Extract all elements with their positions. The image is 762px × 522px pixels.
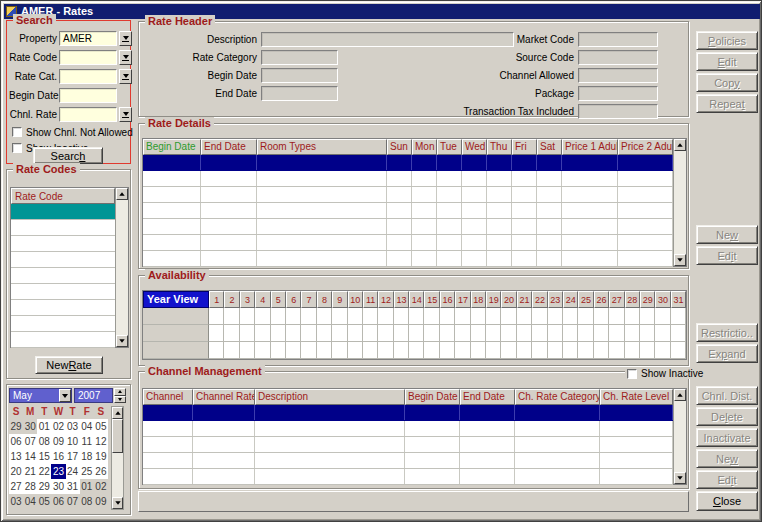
table-cell[interactable] xyxy=(618,235,673,250)
table-cell[interactable] xyxy=(618,203,673,218)
scroll-up-button[interactable] xyxy=(674,139,686,151)
table-cell[interactable] xyxy=(201,235,257,250)
calendar-day[interactable]: 08 xyxy=(37,434,51,449)
chnl-dist-button[interactable]: Chnl. Dist. xyxy=(696,386,758,405)
availability-cell[interactable] xyxy=(409,342,424,359)
rate-codes-list[interactable]: Rate Code xyxy=(10,187,129,348)
table-cell[interactable] xyxy=(487,235,512,250)
availability-cell[interactable] xyxy=(671,325,686,342)
calendar-day[interactable]: 31 xyxy=(66,479,80,494)
availability-cell[interactable] xyxy=(424,308,439,325)
calendar-day[interactable]: 24 xyxy=(66,464,80,479)
rate-code-row[interactable] xyxy=(11,220,115,236)
channel-show-inactive-checkbox[interactable] xyxy=(627,369,637,379)
table-cell[interactable] xyxy=(201,203,257,218)
availability-cell[interactable] xyxy=(671,342,686,359)
scrollbar-track[interactable] xyxy=(116,200,128,335)
table-cell[interactable] xyxy=(487,203,512,218)
table-cell[interactable] xyxy=(562,251,618,266)
availability-cell[interactable] xyxy=(455,342,470,359)
table-cell[interactable] xyxy=(405,453,460,468)
delete-button[interactable]: Delete xyxy=(696,407,758,426)
package-field[interactable] xyxy=(578,86,658,101)
availability-cell[interactable] xyxy=(655,308,670,325)
availability-cell[interactable] xyxy=(471,308,486,325)
availability-cell[interactable] xyxy=(209,308,224,325)
calendar-day[interactable]: 29 xyxy=(37,479,51,494)
availability-cell[interactable] xyxy=(209,325,224,342)
scroll-down-button[interactable] xyxy=(112,497,123,509)
availability-cell[interactable] xyxy=(348,325,363,342)
calendar-day[interactable]: 30 xyxy=(23,419,37,434)
table-cell[interactable] xyxy=(257,171,387,186)
year-spinner[interactable] xyxy=(114,388,126,403)
availability-cell[interactable] xyxy=(240,342,255,359)
availability-cell[interactable] xyxy=(501,325,516,342)
table-cell[interactable] xyxy=(257,187,387,202)
table-cell[interactable] xyxy=(600,405,673,420)
restrictions-button[interactable]: Restrictio.. xyxy=(696,323,758,342)
availability-cell[interactable] xyxy=(548,342,563,359)
table-cell[interactable] xyxy=(193,469,255,484)
close-button[interactable]: Close xyxy=(696,491,758,511)
rate-details-table[interactable]: Begin DateEnd DateRoom TypesSunMonTueWed… xyxy=(142,138,687,267)
table-cell[interactable] xyxy=(193,453,255,468)
table-cell[interactable] xyxy=(143,437,193,452)
channel-allowed-field[interactable] xyxy=(578,68,658,83)
table-cell[interactable] xyxy=(255,453,405,468)
table-cell[interactable] xyxy=(512,235,537,250)
table-cell[interactable] xyxy=(437,203,462,218)
scrollbar-track[interactable] xyxy=(674,401,686,472)
availability-cell[interactable] xyxy=(486,342,501,359)
table-cell[interactable] xyxy=(515,469,600,484)
availability-cell[interactable] xyxy=(625,342,640,359)
table-cell[interactable] xyxy=(437,155,462,170)
availability-cell[interactable] xyxy=(301,308,316,325)
table-cell[interactable] xyxy=(387,203,412,218)
availability-cell[interactable] xyxy=(594,308,609,325)
availability-cell[interactable] xyxy=(332,325,347,342)
calendar-day[interactable]: 26 xyxy=(94,464,108,479)
rate-code-row[interactable] xyxy=(11,252,115,268)
table-cell[interactable] xyxy=(515,405,600,420)
property-input[interactable]: AMER xyxy=(59,31,117,46)
table-cell[interactable] xyxy=(487,219,512,234)
chnl-rate-lov-button[interactable] xyxy=(119,107,132,122)
calendar-day[interactable]: 01 xyxy=(37,419,51,434)
table-cell[interactable] xyxy=(143,235,201,250)
table-cell[interactable] xyxy=(387,155,412,170)
availability-cell[interactable] xyxy=(440,325,455,342)
calendar-day[interactable]: 05 xyxy=(94,419,108,434)
scrollbar-track[interactable] xyxy=(674,151,686,254)
rate-codes-scrollbar[interactable] xyxy=(115,188,128,347)
calendar-day[interactable]: 29 xyxy=(9,419,23,434)
table-cell[interactable] xyxy=(537,171,562,186)
rate-code-row[interactable] xyxy=(11,268,115,284)
calendar-day[interactable]: 06 xyxy=(51,494,65,509)
table-cell[interactable] xyxy=(201,155,257,170)
table-cell[interactable] xyxy=(412,235,437,250)
availability-cell[interactable] xyxy=(240,308,255,325)
availability-cell[interactable] xyxy=(532,308,547,325)
availability-cell[interactable] xyxy=(424,325,439,342)
show-inactive-checkbox[interactable] xyxy=(12,143,22,153)
availability-cell[interactable] xyxy=(440,342,455,359)
scroll-down-button[interactable] xyxy=(674,254,686,266)
table-cell[interactable] xyxy=(201,187,257,202)
channel-management-scrollbar[interactable] xyxy=(673,389,686,484)
table-cell[interactable] xyxy=(515,437,600,452)
table-cell[interactable] xyxy=(487,155,512,170)
availability-cell[interactable] xyxy=(440,308,455,325)
calendar-day[interactable]: 27 xyxy=(9,479,23,494)
table-cell[interactable] xyxy=(255,437,405,452)
table-cell[interactable] xyxy=(143,251,201,266)
table-cell[interactable] xyxy=(562,171,618,186)
table-cell[interactable] xyxy=(255,469,405,484)
table-cell[interactable] xyxy=(437,171,462,186)
table-cell[interactable] xyxy=(405,437,460,452)
table-cell[interactable] xyxy=(618,171,673,186)
table-cell[interactable] xyxy=(405,469,460,484)
availability-cell[interactable] xyxy=(209,342,224,359)
availability-cell[interactable] xyxy=(471,325,486,342)
table-cell[interactable] xyxy=(143,453,193,468)
